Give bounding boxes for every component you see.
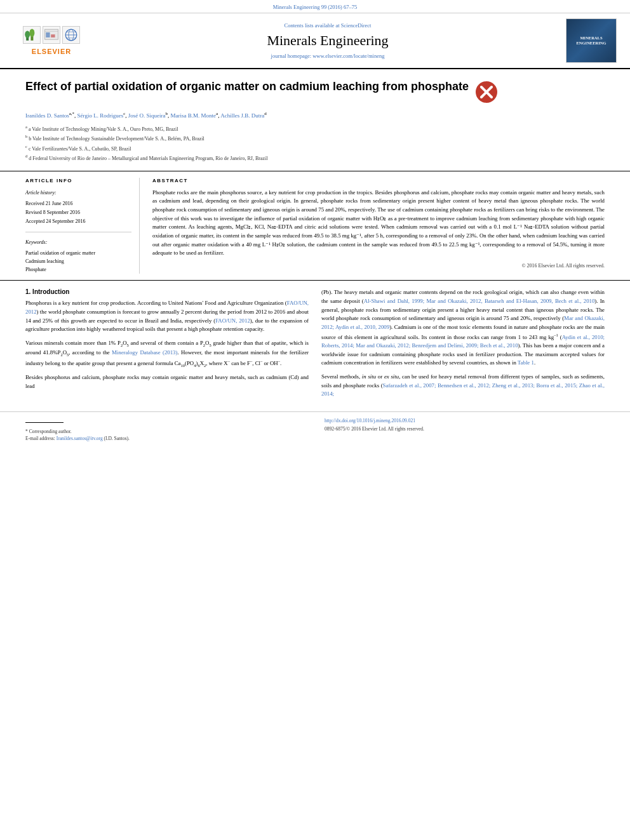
publisher-logo-section: ELSEVIER	[10, 18, 93, 63]
keywords-label: Keywords:	[25, 239, 131, 247]
logo-box-1	[23, 26, 41, 44]
author-5-link[interactable]: Achilles J.B. Dutra	[220, 112, 264, 119]
logo-box-3	[62, 26, 80, 44]
affiliation-c: c c Vale Fertilizantes/Vale S. A., Cubat…	[25, 146, 131, 152]
body-paragraph-3: Besides phosphorus and calcium, phosphat…	[25, 373, 309, 390]
svg-point-1	[25, 31, 30, 38]
abstract-text: Phosphate rocks are the main phosphorus …	[152, 189, 605, 258]
logo-boxes	[23, 26, 80, 44]
keywords-block: Keywords: Partial oxidation of organic m…	[25, 239, 131, 274]
fao-ref-link-2[interactable]: FAO/UN, 2012	[215, 317, 250, 324]
email-label: E-mail address:	[25, 436, 55, 441]
authors-text: Iranildes D. Santosa,*, Sérgio L. Rodrig…	[25, 112, 267, 119]
copyright-text: © 2016 Elsevier Ltd. All rights reserved…	[152, 263, 605, 269]
revised-date: Revised 8 September 2016	[25, 208, 131, 217]
journal-title: Minerals Engineering	[267, 32, 388, 49]
science-direct-link-text[interactable]: ScienceDirect	[341, 22, 372, 29]
author-3-link[interactable]: José O. Siqueira	[128, 112, 166, 119]
received-date: Received 21 June 2016	[25, 199, 131, 208]
corresponding-author-note: * Corresponding author. E-mail address: …	[25, 428, 305, 443]
mineralogy-db-link[interactable]: Mineralogy Database (2013)	[112, 349, 177, 356]
corresponding-star-text: * Corresponding author.	[25, 429, 72, 434]
body-right-paragraph-2: Several methods, in situ or ex situ, can…	[321, 373, 605, 399]
footer-section: * Corresponding author. E-mail address: …	[0, 411, 630, 448]
cover-title-text: MINERALSENGINEERING	[577, 36, 607, 46]
contents-label: Contents lists available at	[285, 22, 340, 29]
footer-left: * Corresponding author. E-mail address: …	[25, 417, 305, 443]
article-title: Effect of partial oxidation of organic m…	[25, 79, 605, 103]
body-paragraph-2: Various minerals contain more than 1% P2…	[25, 339, 309, 368]
svg-point-3	[29, 29, 34, 37]
aydin-ref[interactable]: Aydin et al., 2010; Roberts, 2014; Mar a…	[321, 333, 605, 349]
elsevier-brand-text: ELSEVIER	[32, 48, 71, 55]
svg-rect-6	[46, 32, 50, 37]
fao-ref-link-1[interactable]: FAO/UN, 2012	[25, 300, 309, 315]
svg-rect-7	[51, 34, 55, 37]
crossmark-icon[interactable]	[475, 81, 498, 103]
elsevier-globe-icon	[64, 27, 79, 43]
elsevier-figure-icon	[44, 27, 59, 43]
footer-doi-section: http://dx.doi.org/10.1016/j.mineng.2016.…	[325, 417, 605, 433]
homepage-text: journal homepage: www.elsevier.com/locat…	[271, 53, 385, 59]
footer-divider	[25, 422, 64, 423]
article-info-heading: ARTICLE INFO	[25, 178, 131, 183]
keyword-1: Partial oxidation of organic matter	[25, 250, 131, 258]
body-section: 1. Introduction Phosphorus is a key nutr…	[0, 281, 630, 411]
article-history-block: Article history: Received 21 June 2016 R…	[25, 189, 131, 232]
body-left-column: 1. Introduction Phosphorus is a key nutr…	[25, 288, 309, 403]
affiliation-a: a a Vale Institute of Technology Mining/…	[25, 126, 178, 132]
elsevier-tree-icon	[24, 27, 39, 43]
journal-cover-section: MINERALSENGINEERING	[563, 18, 620, 63]
header-section: ELSEVIER Contents lists available at Sci…	[0, 13, 630, 69]
journal-cover-image: MINERALSENGINEERING	[566, 18, 617, 63]
affiliation-d: d d Federal University of Rio de Janeiro…	[25, 156, 267, 161]
author-4-link[interactable]: Marisa B.M. Monte	[171, 112, 217, 119]
article-info-column: ARTICLE INFO Article history: Received 2…	[25, 178, 140, 274]
doi-link[interactable]: http://dx.doi.org/10.1016/j.mineng.2016.…	[325, 417, 605, 424]
journal-ref-text: Minerals Engineering 99 (2016) 67–75	[273, 4, 358, 10]
page-wrapper: Minerals Engineering 99 (2016) 67–75	[0, 0, 630, 447]
section-1-title: 1. Introduction	[25, 288, 309, 295]
article-title-text: Effect of partial oxidation of organic m…	[25, 79, 469, 94]
logo-box-2	[43, 26, 60, 44]
article-title-section: Effect of partial oxidation of organic m…	[0, 69, 630, 171]
body-right-column: (Pb). The heavy metals and organic matte…	[321, 288, 605, 403]
body-paragraph-1: Phosphorus is a key nutrient for crop pr…	[25, 299, 309, 334]
safarzadeh-ref[interactable]: Safarzadeh et al., 2007; Bennedsen et al…	[321, 382, 605, 397]
affiliation-b: b b Vale Institute of Technology Sustain…	[25, 136, 204, 142]
alshawi-ref[interactable]: Al-Shawi and Dahl, 1999; Mar and Okazaki…	[364, 298, 595, 304]
issn-text: 0892-6875/© 2016 Elsevier Ltd. All right…	[325, 426, 424, 432]
affiliations-block: a a Vale Institute of Technology Mining/…	[25, 124, 605, 163]
accepted-date: Accepted 24 September 2016	[25, 217, 131, 226]
author-2-link[interactable]: Sérgio L. Rodrigues	[77, 112, 124, 119]
footer-right: http://dx.doi.org/10.1016/j.mineng.2016.…	[325, 417, 605, 443]
keyword-3: Phosphate	[25, 266, 131, 274]
table1-ref[interactable]: Table 1	[518, 359, 534, 366]
abstract-column: ABSTRACT Phosphate rocks are the main ph…	[152, 178, 605, 274]
author-email-link[interactable]: Iranildes.santos@itv.org	[57, 436, 103, 441]
history-label: Article history:	[25, 189, 131, 197]
elsevier-logo: ELSEVIER	[23, 26, 80, 55]
article-info-abstract-section: ARTICLE INFO Article history: Received 2…	[0, 171, 630, 281]
abstract-heading: ABSTRACT	[152, 178, 605, 183]
email-suffix: (I.D. Santos).	[104, 436, 130, 441]
journal-homepage: journal homepage: www.elsevier.com/locat…	[271, 53, 385, 59]
author-1-link[interactable]: Iranildes D. Santos	[25, 112, 69, 119]
science-direct-line: Contents lists available at ScienceDirec…	[285, 22, 372, 29]
mar-ref[interactable]: Mar and Okazaki, 2012; Aydin et al., 201…	[321, 315, 605, 330]
authors-line: Iranildes D. Santosa,*, Sérgio L. Rodrig…	[25, 111, 605, 119]
keyword-2: Cadmium leaching	[25, 258, 131, 266]
body-right-paragraph-1: (Pb). The heavy metals and organic matte…	[321, 288, 605, 368]
journal-header-center: Contents lists available at ScienceDirec…	[99, 18, 556, 63]
journal-ref-bar: Minerals Engineering 99 (2016) 67–75	[0, 0, 630, 13]
